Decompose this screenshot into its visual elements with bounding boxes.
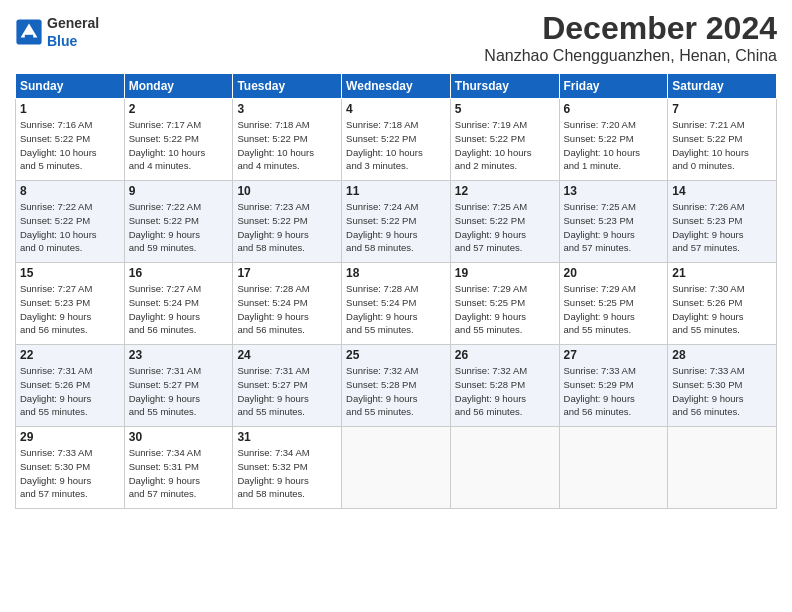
calendar-cell: 28Sunrise: 7:33 AMSunset: 5:30 PMDayligh… bbox=[668, 345, 777, 427]
calendar-cell bbox=[559, 427, 668, 509]
calendar-body: 1Sunrise: 7:16 AMSunset: 5:22 PMDaylight… bbox=[16, 99, 777, 509]
calendar-week-row: 8Sunrise: 7:22 AMSunset: 5:22 PMDaylight… bbox=[16, 181, 777, 263]
calendar-cell: 17Sunrise: 7:28 AMSunset: 5:24 PMDayligh… bbox=[233, 263, 342, 345]
calendar-cell bbox=[342, 427, 451, 509]
day-info: Sunrise: 7:26 AMSunset: 5:23 PMDaylight:… bbox=[672, 200, 772, 255]
day-number: 27 bbox=[564, 348, 664, 362]
day-info: Sunrise: 7:28 AMSunset: 5:24 PMDaylight:… bbox=[346, 282, 446, 337]
day-info: Sunrise: 7:29 AMSunset: 5:25 PMDaylight:… bbox=[564, 282, 664, 337]
day-info: Sunrise: 7:18 AMSunset: 5:22 PMDaylight:… bbox=[237, 118, 337, 173]
column-header-monday: Monday bbox=[124, 74, 233, 99]
calendar-cell: 5Sunrise: 7:19 AMSunset: 5:22 PMDaylight… bbox=[450, 99, 559, 181]
calendar-cell: 24Sunrise: 7:31 AMSunset: 5:27 PMDayligh… bbox=[233, 345, 342, 427]
day-info: Sunrise: 7:33 AMSunset: 5:30 PMDaylight:… bbox=[672, 364, 772, 419]
day-info: Sunrise: 7:32 AMSunset: 5:28 PMDaylight:… bbox=[346, 364, 446, 419]
day-info: Sunrise: 7:18 AMSunset: 5:22 PMDaylight:… bbox=[346, 118, 446, 173]
day-info: Sunrise: 7:32 AMSunset: 5:28 PMDaylight:… bbox=[455, 364, 555, 419]
calendar-header-row: SundayMondayTuesdayWednesdayThursdayFrid… bbox=[16, 74, 777, 99]
day-info: Sunrise: 7:33 AMSunset: 5:30 PMDaylight:… bbox=[20, 446, 120, 501]
day-number: 24 bbox=[237, 348, 337, 362]
day-info: Sunrise: 7:22 AMSunset: 5:22 PMDaylight:… bbox=[129, 200, 229, 255]
month-title: December 2024 bbox=[484, 10, 777, 47]
day-info: Sunrise: 7:29 AMSunset: 5:25 PMDaylight:… bbox=[455, 282, 555, 337]
calendar-cell: 10Sunrise: 7:23 AMSunset: 5:22 PMDayligh… bbox=[233, 181, 342, 263]
day-info: Sunrise: 7:31 AMSunset: 5:27 PMDaylight:… bbox=[129, 364, 229, 419]
calendar-cell: 31Sunrise: 7:34 AMSunset: 5:32 PMDayligh… bbox=[233, 427, 342, 509]
day-number: 15 bbox=[20, 266, 120, 280]
day-info: Sunrise: 7:25 AMSunset: 5:22 PMDaylight:… bbox=[455, 200, 555, 255]
day-info: Sunrise: 7:22 AMSunset: 5:22 PMDaylight:… bbox=[20, 200, 120, 255]
day-number: 11 bbox=[346, 184, 446, 198]
day-number: 5 bbox=[455, 102, 555, 116]
day-info: Sunrise: 7:34 AMSunset: 5:32 PMDaylight:… bbox=[237, 446, 337, 501]
day-number: 8 bbox=[20, 184, 120, 198]
calendar-cell: 14Sunrise: 7:26 AMSunset: 5:23 PMDayligh… bbox=[668, 181, 777, 263]
calendar-cell: 21Sunrise: 7:30 AMSunset: 5:26 PMDayligh… bbox=[668, 263, 777, 345]
calendar-cell: 7Sunrise: 7:21 AMSunset: 5:22 PMDaylight… bbox=[668, 99, 777, 181]
day-info: Sunrise: 7:24 AMSunset: 5:22 PMDaylight:… bbox=[346, 200, 446, 255]
calendar-cell: 19Sunrise: 7:29 AMSunset: 5:25 PMDayligh… bbox=[450, 263, 559, 345]
day-info: Sunrise: 7:31 AMSunset: 5:27 PMDaylight:… bbox=[237, 364, 337, 419]
calendar-cell: 27Sunrise: 7:33 AMSunset: 5:29 PMDayligh… bbox=[559, 345, 668, 427]
day-number: 18 bbox=[346, 266, 446, 280]
day-info: Sunrise: 7:31 AMSunset: 5:26 PMDaylight:… bbox=[20, 364, 120, 419]
calendar-cell: 3Sunrise: 7:18 AMSunset: 5:22 PMDaylight… bbox=[233, 99, 342, 181]
day-info: Sunrise: 7:20 AMSunset: 5:22 PMDaylight:… bbox=[564, 118, 664, 173]
title-area: December 2024 Nanzhao Chengguanzhen, Hen… bbox=[484, 10, 777, 65]
calendar-cell: 30Sunrise: 7:34 AMSunset: 5:31 PMDayligh… bbox=[124, 427, 233, 509]
calendar-cell: 2Sunrise: 7:17 AMSunset: 5:22 PMDaylight… bbox=[124, 99, 233, 181]
calendar-cell: 9Sunrise: 7:22 AMSunset: 5:22 PMDaylight… bbox=[124, 181, 233, 263]
day-number: 26 bbox=[455, 348, 555, 362]
day-number: 13 bbox=[564, 184, 664, 198]
calendar-week-row: 15Sunrise: 7:27 AMSunset: 5:23 PMDayligh… bbox=[16, 263, 777, 345]
day-info: Sunrise: 7:21 AMSunset: 5:22 PMDaylight:… bbox=[672, 118, 772, 173]
day-number: 9 bbox=[129, 184, 229, 198]
day-number: 14 bbox=[672, 184, 772, 198]
calendar-cell bbox=[450, 427, 559, 509]
calendar-week-row: 29Sunrise: 7:33 AMSunset: 5:30 PMDayligh… bbox=[16, 427, 777, 509]
day-number: 16 bbox=[129, 266, 229, 280]
day-info: Sunrise: 7:25 AMSunset: 5:23 PMDaylight:… bbox=[564, 200, 664, 255]
day-number: 29 bbox=[20, 430, 120, 444]
calendar-cell: 22Sunrise: 7:31 AMSunset: 5:26 PMDayligh… bbox=[16, 345, 125, 427]
day-number: 7 bbox=[672, 102, 772, 116]
column-header-thursday: Thursday bbox=[450, 74, 559, 99]
logo: General Blue bbox=[15, 14, 99, 50]
calendar-cell: 15Sunrise: 7:27 AMSunset: 5:23 PMDayligh… bbox=[16, 263, 125, 345]
day-number: 20 bbox=[564, 266, 664, 280]
day-number: 22 bbox=[20, 348, 120, 362]
day-number: 31 bbox=[237, 430, 337, 444]
calendar-cell: 16Sunrise: 7:27 AMSunset: 5:24 PMDayligh… bbox=[124, 263, 233, 345]
column-header-saturday: Saturday bbox=[668, 74, 777, 99]
calendar-cell: 23Sunrise: 7:31 AMSunset: 5:27 PMDayligh… bbox=[124, 345, 233, 427]
day-number: 21 bbox=[672, 266, 772, 280]
day-number: 17 bbox=[237, 266, 337, 280]
day-number: 10 bbox=[237, 184, 337, 198]
calendar-cell: 1Sunrise: 7:16 AMSunset: 5:22 PMDaylight… bbox=[16, 99, 125, 181]
calendar-cell: 26Sunrise: 7:32 AMSunset: 5:28 PMDayligh… bbox=[450, 345, 559, 427]
calendar-cell: 25Sunrise: 7:32 AMSunset: 5:28 PMDayligh… bbox=[342, 345, 451, 427]
day-number: 23 bbox=[129, 348, 229, 362]
header: General Blue December 2024 Nanzhao Cheng… bbox=[15, 10, 777, 65]
calendar-cell: 8Sunrise: 7:22 AMSunset: 5:22 PMDaylight… bbox=[16, 181, 125, 263]
day-number: 6 bbox=[564, 102, 664, 116]
day-number: 1 bbox=[20, 102, 120, 116]
day-info: Sunrise: 7:33 AMSunset: 5:29 PMDaylight:… bbox=[564, 364, 664, 419]
day-number: 30 bbox=[129, 430, 229, 444]
day-info: Sunrise: 7:27 AMSunset: 5:23 PMDaylight:… bbox=[20, 282, 120, 337]
calendar-cell: 11Sunrise: 7:24 AMSunset: 5:22 PMDayligh… bbox=[342, 181, 451, 263]
calendar-cell bbox=[668, 427, 777, 509]
svg-rect-2 bbox=[25, 35, 33, 41]
day-info: Sunrise: 7:23 AMSunset: 5:22 PMDaylight:… bbox=[237, 200, 337, 255]
calendar-cell: 6Sunrise: 7:20 AMSunset: 5:22 PMDaylight… bbox=[559, 99, 668, 181]
calendar-cell: 29Sunrise: 7:33 AMSunset: 5:30 PMDayligh… bbox=[16, 427, 125, 509]
column-header-friday: Friday bbox=[559, 74, 668, 99]
calendar-week-row: 1Sunrise: 7:16 AMSunset: 5:22 PMDaylight… bbox=[16, 99, 777, 181]
logo-text: General Blue bbox=[47, 14, 99, 50]
day-info: Sunrise: 7:28 AMSunset: 5:24 PMDaylight:… bbox=[237, 282, 337, 337]
day-info: Sunrise: 7:27 AMSunset: 5:24 PMDaylight:… bbox=[129, 282, 229, 337]
column-header-sunday: Sunday bbox=[16, 74, 125, 99]
day-number: 25 bbox=[346, 348, 446, 362]
column-header-wednesday: Wednesday bbox=[342, 74, 451, 99]
calendar-cell: 12Sunrise: 7:25 AMSunset: 5:22 PMDayligh… bbox=[450, 181, 559, 263]
